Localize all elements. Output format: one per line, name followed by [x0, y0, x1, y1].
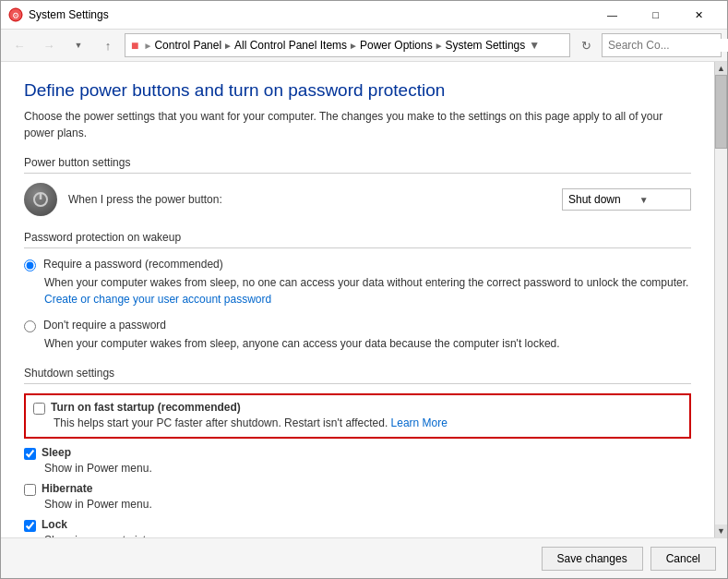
power-icon-circle: [24, 183, 57, 216]
forward-button[interactable]: →: [36, 33, 62, 57]
search-input[interactable]: [608, 39, 728, 52]
breadcrumb-power-options[interactable]: Power Options: [360, 39, 433, 52]
password-section: Require a password (recommended) When yo…: [24, 258, 691, 352]
page-title: Define power buttons and turn on passwor…: [24, 80, 691, 101]
no-password-option: Don't require a password When your compu…: [24, 319, 691, 352]
fast-startup-text: Turn on fast startup (recommended): [51, 401, 241, 414]
back-button[interactable]: ←: [6, 33, 32, 57]
breadcrumb-system-settings: System Settings: [446, 39, 526, 52]
system-settings-window: ⚙ System Settings — □ ✕ ← → ▼ ↑ ■ ► Cont…: [0, 0, 728, 579]
maximize-button[interactable]: □: [635, 1, 676, 29]
breadcrumb-sep-2: ►: [349, 41, 358, 51]
recent-pages-button[interactable]: ▼: [66, 33, 91, 57]
content-wrapper: Define power buttons and turn on passwor…: [1, 62, 727, 537]
sleep-label-row: Sleep: [24, 446, 691, 460]
breadcrumb-sep-0: ►: [143, 41, 152, 51]
power-button-label: When I press the power button:: [68, 193, 551, 206]
window-icon: ⚙: [8, 7, 23, 22]
fast-startup-checkbox[interactable]: [33, 403, 45, 415]
hibernate-text: Hibernate: [42, 482, 92, 495]
scroll-up-button[interactable]: ▲: [715, 62, 728, 75]
require-password-option: Require a password (recommended) When yo…: [24, 258, 691, 308]
power-dropdown-value: Shut down: [568, 193, 621, 206]
shutdown-section: Turn on fast startup (recommended) This …: [24, 393, 691, 537]
hibernate-description: Show in Power menu.: [44, 498, 691, 511]
hibernate-option: Hibernate Show in Power menu.: [24, 482, 691, 511]
title-bar: ⚙ System Settings — □ ✕: [1, 1, 727, 29]
lock-description: Show in account picture menu.: [44, 534, 691, 537]
require-password-desc-text: When your computer wakes from sleep, no …: [44, 276, 688, 289]
breadcrumb-sep-3: ►: [435, 41, 444, 51]
page-description: Choose the power settings that you want …: [24, 108, 691, 141]
sleep-checkbox[interactable]: [24, 448, 36, 460]
search-box[interactable]: 🔍: [602, 33, 722, 57]
create-password-link[interactable]: Create or change your user account passw…: [44, 293, 271, 306]
no-password-label-row: Don't require a password: [24, 319, 691, 332]
scroll-thumb[interactable]: [715, 75, 727, 149]
lock-label-row: Lock: [24, 518, 691, 532]
power-dropdown-arrow-icon: ▼: [639, 195, 649, 205]
password-section-header: Password protection on wakeup: [24, 231, 691, 248]
fast-startup-box: Turn on fast startup (recommended) This …: [24, 393, 691, 439]
no-password-description: When your computer wakes from sleep, any…: [44, 335, 691, 352]
address-bar: ← → ▼ ↑ ■ ► Control Panel ► All Control …: [1, 29, 727, 62]
scroll-down-button[interactable]: ▼: [715, 525, 728, 537]
no-password-radio[interactable]: [24, 320, 36, 332]
fast-startup-desc-text: This helps start your PC faster after sh…: [54, 416, 391, 429]
sleep-option: Sleep Show in Power menu.: [24, 446, 691, 475]
breadcrumb-icon: ■: [131, 38, 138, 53]
hibernate-checkbox[interactable]: [24, 484, 36, 496]
window-controls: — □ ✕: [591, 1, 720, 29]
window-title: System Settings: [29, 8, 591, 21]
breadcrumb-dropdown-arrow[interactable]: ▼: [529, 39, 540, 52]
power-action-dropdown[interactable]: Shut down ▼: [562, 188, 691, 211]
up-button[interactable]: ↑: [95, 33, 121, 57]
refresh-button[interactable]: ↻: [574, 33, 598, 57]
svg-text:⚙: ⚙: [12, 11, 19, 20]
breadcrumb-all-items[interactable]: All Control Panel Items: [234, 39, 347, 52]
learn-more-link[interactable]: Learn More: [391, 416, 448, 429]
minimize-button[interactable]: —: [591, 1, 633, 29]
breadcrumb: ■ ► Control Panel ► All Control Panel It…: [125, 33, 570, 57]
require-password-radio[interactable]: [24, 259, 36, 271]
main-content: Define power buttons and turn on passwor…: [1, 62, 714, 537]
require-password-label-row: Require a password (recommended): [24, 258, 691, 271]
cancel-button[interactable]: Cancel: [650, 547, 716, 571]
power-button-row: When I press the power button: Shut down…: [24, 183, 691, 216]
lock-text: Lock: [42, 518, 67, 531]
lock-checkbox[interactable]: [24, 520, 36, 532]
breadcrumb-sep-1: ►: [223, 41, 233, 51]
power-button-section-header: Power button settings: [24, 156, 691, 174]
fast-startup-label-row: Turn on fast startup (recommended): [33, 401, 682, 415]
no-password-text: Don't require a password: [43, 319, 166, 332]
fast-startup-description: This helps start your PC faster after sh…: [54, 416, 682, 429]
sleep-text: Sleep: [42, 446, 71, 459]
breadcrumb-control-panel[interactable]: Control Panel: [154, 39, 221, 52]
hibernate-label-row: Hibernate: [24, 482, 691, 496]
lock-option: Lock Show in account picture menu.: [24, 518, 691, 537]
require-password-description: When your computer wakes from sleep, no …: [44, 274, 691, 308]
save-changes-button[interactable]: Save changes: [542, 547, 643, 571]
require-password-text: Require a password (recommended): [43, 258, 223, 271]
close-button[interactable]: ✕: [678, 1, 720, 29]
scroll-track: [715, 75, 727, 525]
fast-startup-option: Turn on fast startup (recommended) This …: [33, 401, 682, 429]
shutdown-section-header: Shutdown settings: [24, 367, 691, 384]
scrollbar[interactable]: ▲ ▼: [714, 62, 727, 537]
sleep-description: Show in Power menu.: [44, 462, 691, 475]
power-icon: [31, 190, 50, 209]
bottom-bar: Save changes Cancel: [1, 537, 727, 578]
